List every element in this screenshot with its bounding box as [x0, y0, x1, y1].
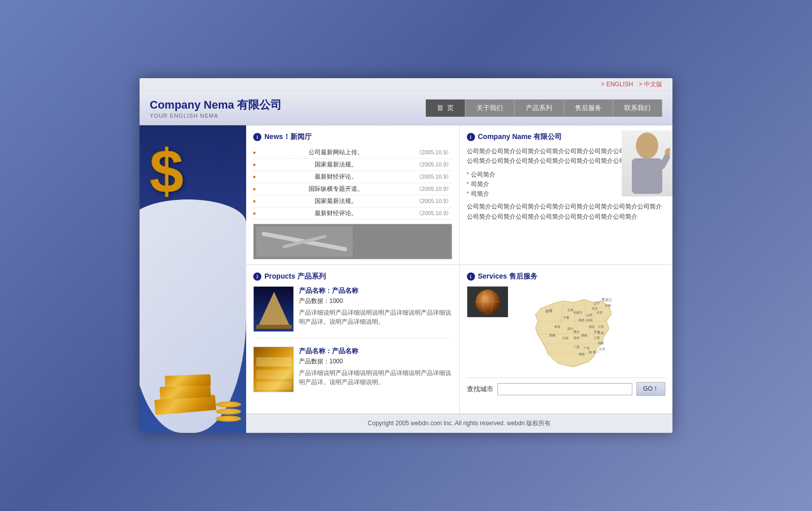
svg-text:辽宁: 辽宁	[594, 301, 600, 305]
products-section-title: i Propucts 产品系列	[253, 272, 452, 281]
news-section: i News！新闻厅 公司最新网站上传。 《2005.10.9》 国家最新法规。…	[246, 125, 460, 264]
product-desc-1: 产品详细说明产品详细说明说明产品详细说明产品详细说明产品详。说明产品详细说明。	[299, 308, 452, 326]
svg-text:内蒙古: 内蒙古	[573, 311, 583, 314]
svg-text:上海: 上海	[598, 331, 604, 334]
svg-rect-6	[632, 158, 662, 194]
nav-item-contact[interactable]: 联系我们	[613, 99, 662, 117]
english-link[interactable]: ENGLISH	[601, 81, 633, 88]
services-section: i Services 售后服务	[460, 265, 673, 414]
nav-item-service[interactable]: 售后服务	[564, 99, 613, 117]
news-image	[253, 224, 452, 259]
product-name-2: 产品名称：产品名称	[299, 347, 452, 356]
svg-text:澳门: 澳门	[593, 350, 599, 354]
product-image-1	[253, 286, 294, 332]
chinese-link[interactable]: 中文版	[639, 81, 662, 88]
news-text: 国家最新法规。	[315, 197, 357, 206]
list-item[interactable]: 国际纵横专题开道。 《2005.10.9》	[253, 183, 452, 195]
svg-text:福建: 福建	[598, 342, 604, 345]
content-bottom: i Propucts 产品系列	[246, 264, 672, 414]
svg-text:新疆: 新疆	[545, 309, 553, 313]
svg-text:黑龙江: 黑龙江	[601, 298, 612, 301]
list-item[interactable]: 公司最新网站上传。 《2005.10.9》	[253, 147, 452, 159]
svg-text:西藏: 西藏	[549, 334, 555, 337]
person-svg	[624, 130, 670, 196]
news-date: 《2005.10.9》	[416, 149, 452, 156]
services-section-title: i Services 售后服务	[467, 272, 666, 281]
china-map-area: 新疆 青海 西藏 四川 云南 贵州 重庆 湖南 广西	[513, 288, 634, 373]
svg-text:海南: 海南	[579, 353, 585, 356]
product-data-2: 产品数据：1000	[299, 357, 452, 366]
svg-text:河南: 河南	[586, 319, 592, 322]
copyright-text: Copyright 2005 webdn.com Inc. All rights…	[368, 420, 551, 427]
news-date: 《2005.10.9》	[416, 197, 452, 205]
list-item[interactable]: 最新财经评论。 《2005.10.9》	[253, 208, 452, 220]
gold-bar-3	[165, 374, 211, 387]
svg-text:陕西: 陕西	[579, 319, 585, 322]
product-data-1: 产品数据：1000	[299, 297, 452, 305]
svg-text:天津: 天津	[596, 311, 602, 314]
news-text: 最新财经评论。	[315, 209, 357, 218]
list-item[interactable]: 最新财经评论。 《2005.10.9》	[253, 171, 452, 183]
dollar-sign: $	[150, 141, 184, 201]
svg-text:湖南: 湖南	[581, 334, 587, 337]
svg-point-7	[639, 135, 655, 148]
news-date: 《2005.10.9》	[416, 210, 452, 217]
news-text: 公司最新网站上传。	[309, 148, 363, 157]
svg-rect-14	[256, 357, 292, 366]
list-item[interactable]: 国家最新法规。 《2005.10.9》	[253, 195, 452, 208]
hero-left: $	[140, 125, 246, 433]
city-input[interactable]	[497, 383, 633, 395]
company-icon: i	[467, 133, 475, 141]
svg-rect-16	[256, 382, 292, 390]
logo-subtitle: YOUR ENGLISH NEMA	[150, 113, 426, 119]
news-icon: i	[253, 133, 261, 141]
product-info-2: 产品名称：产品名称 产品数据：1000 产品详细说明产品详细说明说明产品详细说明…	[299, 347, 452, 392]
svg-text:吉林: 吉林	[605, 304, 611, 307]
news-section-title: i News！新闻厅	[253, 132, 452, 142]
nav-item-about[interactable]: 关于我们	[465, 99, 515, 117]
nav-bar: 首 页 关于我们 产品系列 售后服务 联系我们	[426, 99, 662, 117]
svg-text:重庆: 重庆	[573, 330, 580, 333]
svg-text:甘肃: 甘肃	[567, 309, 573, 312]
content-top: i News！新闻厅 公司最新网站上传。 《2005.10.9》 国家最新法规。…	[246, 125, 672, 264]
product-item-1: 产品名称：产品名称 产品数据：1000 产品详细说明产品详细说明说明产品详细说明…	[253, 286, 452, 338]
news-date: 《2005.10.9》	[416, 173, 452, 181]
services-top: 新疆 青海 西藏 四川 云南 贵州 重庆 湖南 广西	[467, 286, 666, 373]
coin	[216, 408, 241, 415]
product-name-1: 产品名称：产品名称	[299, 286, 452, 295]
product-desc-2: 产品详细说明产品详细说明说明产品详细说明产品详细说明产品详。说明产品详细说明。	[299, 368, 452, 387]
content-right: i News！新闻厅 公司最新网站上传。 《2005.10.9》 国家最新法规。…	[246, 125, 672, 433]
news-text: 国家最新法规。	[315, 160, 357, 169]
logo-title: Company Nema 有限公司	[150, 97, 426, 113]
site-container: ENGLISH 中文版 Company Nema 有限公司 YOUR ENGLI…	[140, 78, 672, 433]
svg-text:港: 港	[589, 351, 592, 354]
footer: Copyright 2005 webdn.com Inc. All rights…	[246, 414, 672, 433]
svg-text:宁夏: 宁夏	[563, 316, 569, 319]
services-icon: i	[467, 272, 475, 281]
svg-text:台湾: 台湾	[599, 347, 605, 351]
svg-rect-12	[256, 325, 292, 329]
svg-text:北京: 北京	[592, 306, 598, 310]
go-button[interactable]: GO！	[636, 382, 665, 396]
svg-text:江苏: 江苏	[598, 325, 604, 328]
svg-rect-15	[256, 370, 292, 379]
nav-item-home[interactable]: 首 页	[426, 99, 465, 117]
coin-stack	[216, 401, 241, 423]
svg-text:江西: 江西	[594, 336, 600, 339]
svg-text:湖北: 湖北	[589, 325, 595, 328]
nav-item-products[interactable]: 产品系列	[515, 99, 564, 117]
news-list: 公司最新网站上传。 《2005.10.9》 国家最新法规。 《2005.10.9…	[253, 147, 452, 220]
news-text: 最新财经评论。	[315, 173, 357, 181]
news-text: 国际纵横专题开道。	[309, 185, 363, 193]
company-person	[622, 130, 672, 196]
news-date: 《2005.10.9》	[416, 161, 452, 168]
company-more: 公司简介公司简介公司简介公司简介公司简介公司简介公司简介公司简介公司简介公司简介…	[467, 202, 666, 221]
list-item[interactable]: 国家最新法规。 《2005.10.9》	[253, 159, 452, 171]
coin	[216, 401, 241, 407]
product-item-2: 产品名称：产品名称 产品数据：1000 产品详细说明产品详细说明说明产品详细说明…	[253, 347, 452, 398]
city-label: 查找城市	[467, 385, 493, 394]
svg-text:广西: 广西	[573, 345, 580, 349]
svg-text:四川: 四川	[567, 327, 573, 330]
svg-text:贵州: 贵州	[573, 336, 580, 340]
company-section: i Company Name 有限公司 公司简介公司简介公司简介公司简介公司简介…	[460, 125, 673, 264]
